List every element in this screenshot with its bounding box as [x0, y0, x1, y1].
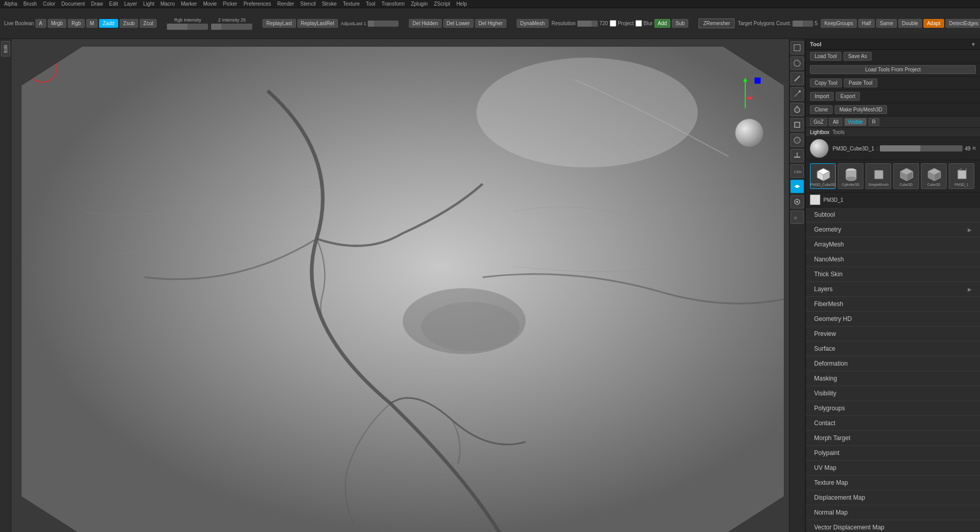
blur-checkbox[interactable]: [635, 20, 642, 27]
btn-m[interactable]: M: [86, 19, 98, 28]
matcap-sphere[interactable]: [810, 139, 828, 158]
thumb-cylinder3d[interactable]: Cylinder3D: [838, 163, 863, 189]
btn-zadd[interactable]: Zadd: [99, 19, 118, 28]
mesh-r-btn[interactable]: R: [973, 146, 976, 151]
menu-edit[interactable]: Edit: [109, 1, 118, 7]
local-sym-btn[interactable]: LSm: [790, 164, 804, 178]
thumb-pm3d-cube3d[interactable]: PM3D_Cube3D: [810, 163, 836, 189]
zremesher-btn[interactable]: ZRemesher: [699, 18, 734, 28]
menu-color[interactable]: Color: [43, 1, 55, 7]
menu-displacement-map[interactable]: Displacement Map: [806, 490, 980, 505]
menu-deformation[interactable]: Deformation: [806, 356, 980, 371]
goz-visible-btn[interactable]: Visible: [844, 118, 866, 126]
knife-lasso-btn[interactable]: [790, 87, 804, 101]
load-tools-btn[interactable]: Load Tools From Project: [810, 65, 976, 74]
menu-visibility[interactable]: Visibility: [806, 386, 980, 401]
thumb-simplebrush[interactable]: SimpleBrush: [865, 163, 891, 189]
left-btn-edit[interactable]: Edit: [1, 41, 10, 56]
menu-layer[interactable]: Layer: [124, 1, 137, 7]
dynanesh-btn[interactable]: DynaMesh: [517, 19, 549, 28]
menu-help[interactable]: Help: [456, 1, 467, 7]
menu-zscript[interactable]: ZScript: [434, 1, 450, 7]
target-slider[interactable]: [793, 21, 813, 27]
btn-a[interactable]: A: [35, 19, 46, 28]
btn-rgb[interactable]: Rgb: [68, 19, 84, 28]
menu-texture-map[interactable]: Texture Map: [806, 476, 980, 490]
mask-pen-btn[interactable]: [790, 103, 804, 116]
menu-morph-target[interactable]: Morph Target: [806, 431, 980, 446]
menu-picker[interactable]: Picker: [223, 1, 237, 7]
select-lasso-btn[interactable]: [790, 56, 804, 70]
menu-alpha[interactable]: Alpha: [4, 1, 17, 7]
import-btn[interactable]: Import: [810, 92, 834, 101]
del-higher-btn[interactable]: Del Higher: [475, 19, 506, 28]
del-hidden-btn[interactable]: Del Hidden: [409, 19, 441, 28]
menu-tool[interactable]: Tool: [366, 1, 375, 7]
btn-zsub[interactable]: Zsub: [120, 19, 138, 28]
add-btn[interactable]: Add: [654, 19, 671, 28]
rgb-intensity-slider[interactable]: [167, 24, 208, 30]
menu-zplugin[interactable]: Zplugin: [411, 1, 428, 7]
detect-edges-btn[interactable]: DetectEdges: [946, 19, 980, 28]
menu-stroke[interactable]: Stroke: [322, 1, 337, 7]
thumb-cube3d-2[interactable]: Cube3D: [921, 163, 947, 189]
select-rect-btn[interactable]: [790, 41, 804, 54]
adjust-last-slider[interactable]: [368, 21, 399, 27]
adapt-btn[interactable]: Adapt: [924, 19, 944, 28]
copy-tool-btn[interactable]: Copy Tool: [810, 79, 842, 87]
replay-last-rel-btn[interactable]: ReplayLastRel: [297, 19, 338, 28]
menu-transform[interactable]: Transform: [382, 1, 405, 7]
viewport[interactable]: [22, 47, 784, 532]
menu-surface[interactable]: Surface: [806, 341, 980, 356]
menu-fibermesh[interactable]: FiberMesh: [806, 297, 980, 312]
menu-geometry-hd[interactable]: Geometry HD: [806, 312, 980, 327]
resolution-slider[interactable]: [577, 21, 598, 27]
z-intensity-slider[interactable]: [211, 24, 252, 30]
menu-render[interactable]: Render: [277, 1, 294, 7]
mass-lasso-btn[interactable]: [790, 134, 804, 147]
project-checkbox[interactable]: [610, 20, 616, 27]
double-btn[interactable]: Double: [898, 19, 922, 28]
menu-uv-map[interactable]: UV Map: [806, 461, 980, 476]
menu-nanomesh[interactable]: NanoMesh: [806, 252, 980, 267]
floor-btn[interactable]: [790, 149, 804, 162]
xpose-btn[interactable]: X: [790, 211, 804, 224]
menu-arraymesh[interactable]: ArrayMesh: [806, 237, 980, 252]
load-tool-btn[interactable]: Load Tool: [810, 52, 841, 61]
del-lower-btn[interactable]: Del Lower: [443, 19, 474, 28]
save-as-btn[interactable]: Save As: [843, 52, 872, 61]
canvas-area[interactable]: [11, 39, 789, 532]
btn-mrgb[interactable]: Mrgb: [48, 19, 67, 28]
menu-document[interactable]: Document: [62, 1, 85, 7]
menu-thick-skin[interactable]: Thick Skin: [806, 267, 980, 282]
menu-normal-map[interactable]: Normal Map: [806, 505, 980, 520]
thumb-cube3d-1[interactable]: Cube3D: [893, 163, 919, 189]
menu-light[interactable]: Light: [143, 1, 155, 7]
export-btn[interactable]: Export: [836, 92, 860, 101]
goz-btn[interactable]: GoZ: [810, 118, 827, 126]
clone-btn[interactable]: Clone: [810, 105, 833, 114]
mask-rect-btn[interactable]: [790, 118, 804, 131]
sub-btn[interactable]: Sub: [672, 19, 688, 28]
navigation-orb[interactable]: [24, 49, 60, 85]
tools-btn[interactable]: Tools: [833, 129, 844, 135]
menu-movie[interactable]: Movie: [203, 1, 217, 7]
menu-texture[interactable]: Texture: [343, 1, 360, 7]
menu-geometry[interactable]: Geometry ▶: [806, 222, 980, 237]
mesh-slider[interactable]: [880, 145, 963, 151]
material-sphere[interactable]: [735, 119, 763, 147]
transpose-btn[interactable]: [790, 180, 804, 193]
menu-subtool[interactable]: Subtool: [806, 207, 980, 222]
menu-polygroups[interactable]: Polygroups: [806, 401, 980, 416]
paste-tool-btn[interactable]: Paste Tool: [844, 79, 877, 87]
keep-groups-btn[interactable]: KeepGroups: [821, 19, 857, 28]
menu-polypaint[interactable]: Polypaint: [806, 446, 980, 461]
make-polymesh-btn[interactable]: Make PolyMesh3D: [835, 105, 887, 114]
menu-stencil[interactable]: Stencil: [300, 1, 316, 7]
menu-preview[interactable]: Preview: [806, 327, 980, 341]
lightbox-btn[interactable]: Lightbox: [810, 129, 830, 135]
menu-contact[interactable]: Contact: [806, 416, 980, 431]
half-btn[interactable]: Half: [858, 19, 875, 28]
menu-draw[interactable]: Draw: [91, 1, 103, 7]
menu-masking[interactable]: Masking: [806, 371, 980, 386]
